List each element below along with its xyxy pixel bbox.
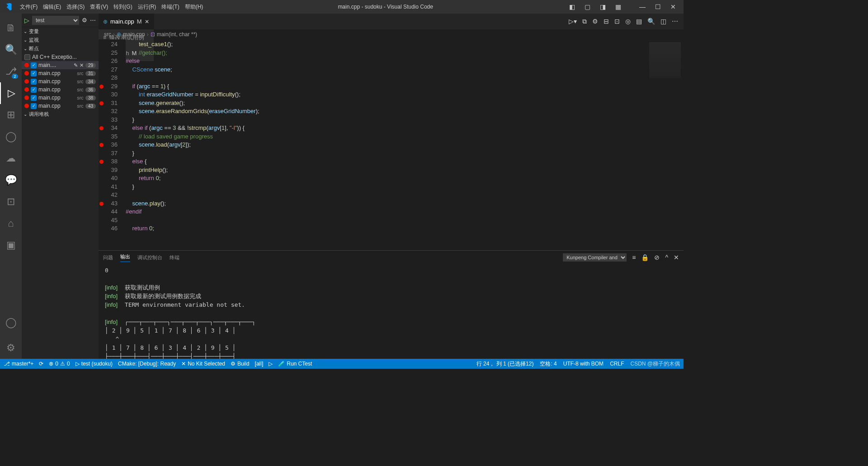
- more-icon[interactable]: ⋯: [90, 17, 96, 24]
- filter-icon[interactable]: ≡: [632, 254, 636, 261]
- minimap[interactable]: [643, 39, 684, 250]
- breakpoint-dot-icon[interactable]: [99, 160, 104, 164]
- breakpoint-row[interactable]: ✓main.cppsrc31: [22, 69, 99, 77]
- close-icon[interactable]: ✕: [666, 3, 680, 10]
- menu-item[interactable]: 帮助(H): [182, 4, 206, 10]
- breakpoint-dot-icon[interactable]: [99, 101, 104, 105]
- menu-item[interactable]: 运行(R): [135, 4, 159, 10]
- image-icon[interactable]: ▣: [0, 234, 22, 256]
- test-status[interactable]: ▷ test (sudoku): [75, 361, 113, 367]
- encoding-status[interactable]: UTF-8 with BOM: [563, 360, 604, 368]
- minimize-icon[interactable]: —: [636, 3, 649, 10]
- breakpoint-row[interactable]: ✓main.cppsrc34: [22, 77, 99, 86]
- cmake-status[interactable]: CMake: [Debug]: Ready: [118, 361, 176, 367]
- breakpoint-dot-icon[interactable]: [99, 202, 104, 206]
- checkbox-icon[interactable]: ✓: [31, 79, 37, 85]
- menu-item[interactable]: 编辑(E): [40, 4, 64, 10]
- close-tab-icon[interactable]: ✕: [145, 19, 149, 25]
- action-icon[interactable]: 🔍: [647, 18, 655, 25]
- settings-gear-icon[interactable]: ⚙: [0, 337, 22, 359]
- menu-item[interactable]: 选择(S): [64, 4, 87, 10]
- branch-status[interactable]: ⎇ master*+: [4, 361, 33, 367]
- breakpoint-dot-icon[interactable]: [99, 126, 104, 130]
- remove-icon[interactable]: ✕: [80, 62, 84, 68]
- menu-item[interactable]: 转到(G): [111, 4, 135, 10]
- breakpoint-row[interactable]: ✓main....✎✕29: [22, 61, 99, 69]
- output-channel-select[interactable]: Kunpeng Compiler and: [563, 253, 627, 262]
- gutter[interactable]: 2425262728293031323334353637383940414243…: [99, 39, 126, 250]
- checkbox-icon[interactable]: ✓: [31, 95, 37, 101]
- target-status[interactable]: [all]: [255, 361, 264, 367]
- ctest-status[interactable]: 🧪 Run CTest: [278, 361, 312, 367]
- kit-status[interactable]: ✕ No Kit Selected: [181, 361, 225, 367]
- indent-status[interactable]: 空格: 4: [540, 360, 557, 368]
- chat-icon[interactable]: 💬: [0, 169, 22, 191]
- extensions-icon[interactable]: ⊞: [0, 104, 22, 126]
- sync-status[interactable]: ⟳: [39, 361, 43, 367]
- code-content[interactable]: test_case1(); //getchar();#else CScene s…: [126, 39, 643, 250]
- compare-icon[interactable]: ⧉: [582, 18, 587, 25]
- action-icon[interactable]: ▤: [636, 18, 642, 25]
- action-icon[interactable]: ◎: [625, 18, 631, 25]
- menu-item[interactable]: 查看(V): [87, 4, 111, 10]
- cloud-icon[interactable]: ☁: [0, 147, 22, 169]
- section-breakpoints[interactable]: ⌄断点: [22, 44, 99, 53]
- breakpoint-dot-icon[interactable]: [99, 85, 104, 89]
- exception-breakpoint[interactable]: All C++ Exceptio...: [22, 53, 99, 61]
- tab-debug-console[interactable]: 调试控制台: [137, 254, 162, 261]
- checkbox-icon[interactable]: ✓: [31, 87, 37, 93]
- account-icon[interactable]: ◯: [0, 312, 22, 333]
- editor-tab[interactable]: ⊕main.cppM✕: [99, 14, 154, 29]
- section-variables[interactable]: ⌄变量: [22, 27, 99, 36]
- more-icon[interactable]: ⋯: [672, 18, 678, 25]
- menu-item[interactable]: 终端(T): [159, 4, 182, 10]
- menu-item[interactable]: 文件(F): [17, 4, 40, 10]
- eol-status[interactable]: CRLF: [610, 360, 624, 368]
- devices-icon[interactable]: ⊡: [0, 191, 22, 213]
- collapse-icon[interactable]: ^: [665, 254, 668, 261]
- remote-icon[interactable]: ⌂: [0, 213, 22, 234]
- checkbox-icon[interactable]: ✓: [31, 62, 37, 68]
- breakpoint-row[interactable]: ✓main.cppsrc36: [22, 86, 99, 94]
- section-watch[interactable]: ⌄监视: [22, 36, 99, 44]
- cursor-position[interactable]: 行 24， 列 1 (已选择12): [476, 360, 534, 368]
- tab-terminal[interactable]: 终端: [170, 254, 179, 261]
- code-editor[interactable]: 2425262728293031323334353637383940414243…: [99, 39, 684, 250]
- edit-icon[interactable]: ✎: [74, 62, 78, 68]
- edge-icon[interactable]: ◯: [0, 126, 22, 147]
- run-icon[interactable]: ▷▾: [569, 18, 577, 25]
- panel-right-icon[interactable]: ◨: [596, 3, 609, 10]
- tab-problems[interactable]: 问题: [103, 254, 113, 261]
- split-icon[interactable]: ◫: [660, 18, 666, 25]
- clear-icon[interactable]: ⊘: [654, 254, 660, 261]
- gear-icon[interactable]: ⚙: [82, 17, 87, 24]
- debug-launch[interactable]: ▷: [269, 361, 273, 367]
- scm-icon[interactable]: ⎇2: [0, 61, 22, 82]
- panel-bottom-icon[interactable]: ▢: [580, 3, 594, 10]
- section-callstack[interactable]: ⌄调用堆栈: [22, 110, 99, 119]
- search-icon[interactable]: 🔍: [0, 39, 22, 61]
- checkbox-icon[interactable]: [24, 54, 30, 60]
- breakpoint-row[interactable]: ✓main.cppsrc43: [22, 102, 99, 110]
- build-status[interactable]: ⚙ Build: [231, 361, 250, 367]
- breakpoint-dot-icon[interactable]: [99, 143, 104, 147]
- breadcrumb[interactable]: src› ⊕main.cpp› ⊡main(int, char **): [99, 29, 684, 39]
- run-config-select[interactable]: test: [32, 16, 79, 25]
- breakpoint-row[interactable]: ✓main.cppsrc38: [22, 94, 99, 102]
- layout-icon[interactable]: ▦: [611, 3, 625, 10]
- explorer-icon[interactable]: 🗎: [0, 17, 22, 39]
- panel-left-icon[interactable]: ◧: [565, 3, 579, 10]
- action-icon[interactable]: ⊡: [614, 18, 620, 25]
- settings-icon[interactable]: ⚙: [592, 18, 598, 25]
- problems-status[interactable]: ⊗ 0 ⚠ 0: [49, 361, 70, 367]
- checkbox-icon[interactable]: ✓: [31, 71, 37, 76]
- action-icon[interactable]: ⊟: [604, 18, 609, 25]
- tab-output[interactable]: 输出: [120, 253, 130, 262]
- lock-icon[interactable]: 🔒: [641, 254, 649, 261]
- start-debug-icon[interactable]: ▷: [24, 17, 29, 24]
- checkbox-icon[interactable]: ✓: [31, 103, 37, 109]
- close-panel-icon[interactable]: ✕: [674, 254, 679, 261]
- run-debug-icon[interactable]: ▷: [0, 82, 22, 104]
- maximize-icon[interactable]: ☐: [651, 3, 665, 10]
- output-body[interactable]: 0 [info] 获取测试用例 [info] 获取最新的测试用例数据完成 [in…: [99, 264, 684, 359]
